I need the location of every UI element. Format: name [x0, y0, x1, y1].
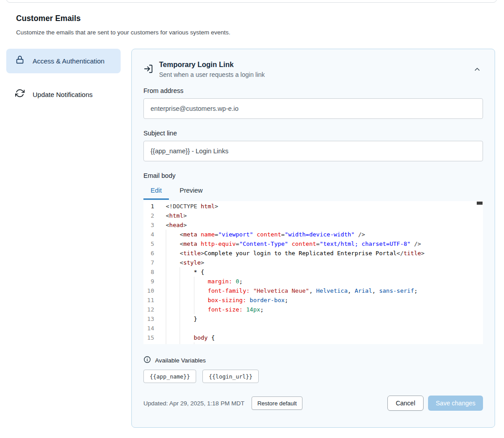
- line-number: 15: [143, 333, 154, 342]
- line-number: 5: [143, 239, 154, 248]
- code-line[interactable]: <title>Complete your login to the Replic…: [166, 248, 483, 258]
- line-number: 14: [143, 324, 154, 333]
- sidebar-item-label: Access & Authentication: [33, 56, 105, 66]
- updated-timestamp: Updated: Apr 29, 2025, 1:18 PM MDT: [143, 400, 244, 407]
- code-line[interactable]: [166, 324, 483, 333]
- line-number: 7: [143, 258, 154, 267]
- save-changes-button[interactable]: Save changes: [428, 396, 483, 411]
- collapse-button[interactable]: [471, 63, 483, 76]
- lock-icon: [15, 55, 25, 67]
- line-number: 10: [143, 286, 154, 295]
- code-line[interactable]: <html>: [166, 211, 483, 220]
- line-number: 1: [143, 202, 154, 211]
- login-icon: [143, 64, 153, 76]
- code-line[interactable]: font-size: 14px;: [166, 305, 483, 314]
- line-number: 11: [143, 295, 154, 305]
- sidebar-item-update-notifications[interactable]: Update Notifications: [6, 82, 121, 107]
- code-line[interactable]: <!DOCTYPE html>: [166, 202, 483, 211]
- editor-tabs: Edit Preview: [143, 183, 483, 200]
- code-line[interactable]: * {: [166, 267, 483, 277]
- refresh-icon: [15, 88, 25, 101]
- code-line[interactable]: }: [166, 314, 483, 324]
- panel-header: Temporary Login Link Sent when a user re…: [143, 61, 483, 78]
- page-subtitle: Customize the emails that are sent to yo…: [16, 29, 488, 36]
- code-line[interactable]: <style>: [166, 258, 483, 267]
- line-number: 3: [143, 220, 154, 230]
- top-card-edge: [6, 0, 497, 3]
- panel-subtitle: Sent when a user requests a login link: [159, 71, 466, 78]
- subject-line-input[interactable]: [143, 141, 483, 161]
- code-line[interactable]: background-color: #f8f8f8;: [166, 342, 483, 344]
- tab-edit[interactable]: Edit: [143, 183, 169, 200]
- editor-code[interactable]: <!DOCTYPE html><html><head><meta name="v…: [154, 202, 483, 344]
- variable-chips: {{app_name}}{{login_url}}: [143, 370, 483, 383]
- variable-chip[interactable]: {{app_name}}: [143, 370, 196, 383]
- line-number: 16: [143, 342, 154, 344]
- from-address-input[interactable]: [143, 98, 483, 119]
- cancel-button[interactable]: Cancel: [387, 396, 424, 411]
- chevron-up-icon: [473, 68, 481, 75]
- code-line[interactable]: box-sizing: border-box;: [166, 295, 483, 305]
- line-number: 8: [143, 267, 154, 277]
- line-number: 6: [143, 248, 154, 258]
- line-number: 12: [143, 305, 154, 314]
- line-number: 4: [143, 230, 154, 239]
- email-body-label: Email body: [143, 172, 483, 179]
- panel-title: Temporary Login Link: [159, 61, 466, 69]
- sidebar-item-label: Update Notifications: [33, 90, 92, 100]
- subject-line-label: Subject line: [143, 130, 483, 137]
- sidebar-item-access-authentication[interactable]: Access & Authentication: [6, 49, 121, 73]
- code-editor[interactable]: 12345678910111213141516 <!DOCTYPE html><…: [143, 201, 483, 344]
- line-number: 13: [143, 314, 154, 324]
- code-line[interactable]: font-family: "Helvetica Neue", Helvetica…: [166, 286, 483, 295]
- line-number: 2: [143, 211, 154, 220]
- code-line[interactable]: <meta http-equiv="Content-Type" content=…: [166, 239, 483, 248]
- email-template-panel: Temporary Login Link Sent when a user re…: [131, 49, 495, 428]
- restore-default-button[interactable]: Restore default: [252, 396, 302, 410]
- info-icon: [143, 356, 151, 365]
- variable-chip[interactable]: {{login_url}}: [202, 370, 259, 383]
- available-variables-label: Available Variables: [155, 357, 206, 364]
- tab-preview[interactable]: Preview: [172, 183, 210, 200]
- code-line[interactable]: <meta name="viewport" content="width=dev…: [166, 230, 483, 239]
- sidebar: Access & Authentication Update Notificat…: [6, 49, 121, 107]
- panel-footer: Updated: Apr 29, 2025, 1:18 PM MDT Resto…: [143, 396, 483, 411]
- from-address-label: From address: [143, 87, 483, 94]
- page-title: Customer Emails: [16, 14, 488, 23]
- code-line[interactable]: body {: [166, 333, 483, 342]
- editor-gutter: 12345678910111213141516: [143, 202, 154, 344]
- editor-scrollbar-thumb[interactable]: [477, 202, 483, 205]
- line-number: 9: [143, 277, 154, 286]
- code-line[interactable]: margin: 0;: [166, 277, 483, 286]
- code-line[interactable]: <head>: [166, 220, 483, 230]
- page-header: Customer Emails Customize the emails tha…: [16, 14, 488, 36]
